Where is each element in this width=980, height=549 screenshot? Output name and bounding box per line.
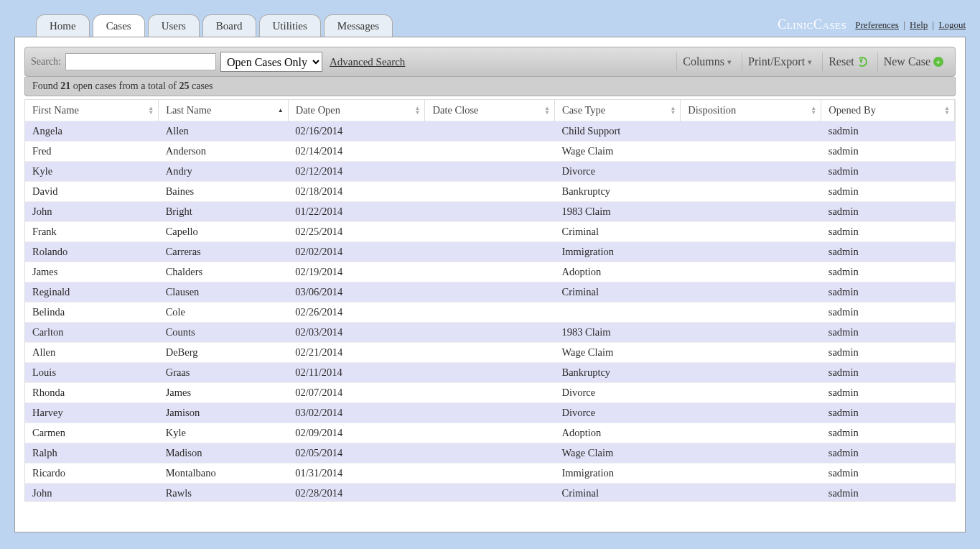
print-export-button[interactable]: Print/Export ▾ xyxy=(742,52,818,71)
cell-date_open: 02/16/2014 xyxy=(288,121,425,142)
cell-case_type: Adoption xyxy=(554,262,680,282)
search-input[interactable] xyxy=(65,53,216,70)
main-panel: Search: Open Cases Only Advanced Search … xyxy=(14,37,966,532)
cell-last_name: James xyxy=(159,383,289,403)
cell-date_close xyxy=(425,403,555,423)
cell-date_close xyxy=(425,443,555,463)
table-scroll[interactable]: First Name▲▼Last Name▲Date Open▲▼Date Cl… xyxy=(24,99,956,502)
col-header-last_name[interactable]: Last Name▲ xyxy=(159,100,289,121)
cell-opened_by: sadmin xyxy=(821,282,955,303)
table-row[interactable]: RhondaJames02/07/2014Divorcesadmin xyxy=(25,383,955,403)
table-row[interactable]: RalphMadison02/05/2014Wage Claimsadmin xyxy=(25,443,955,463)
cell-case_type: Wage Claim xyxy=(554,443,680,463)
col-header-opened_by[interactable]: Opened By▲▼ xyxy=(821,100,955,121)
table-row[interactable]: JamesChalders02/19/2014Adoptionsadmin xyxy=(25,262,955,282)
tab-users[interactable]: Users xyxy=(148,14,200,37)
cell-case_type: Divorce xyxy=(554,162,680,182)
table-row[interactable]: AngelaAllen02/16/2014Child Supportsadmin xyxy=(25,121,955,142)
cell-opened_by: sadmin xyxy=(821,423,955,443)
advanced-search-link[interactable]: Advanced Search xyxy=(330,56,405,68)
cell-date_open: 02/14/2014 xyxy=(288,142,425,162)
filter-select[interactable]: Open Cases Only xyxy=(220,52,322,72)
cell-case_type: Criminal xyxy=(554,282,680,303)
cell-date_open: 02/03/2014 xyxy=(288,323,425,343)
table-row[interactable]: CarltonCounts02/03/20141983 Claimsadmin xyxy=(25,323,955,343)
preferences-link[interactable]: Preferences xyxy=(855,19,899,30)
cell-last_name: Capello xyxy=(159,222,289,242)
col-header-first_name[interactable]: First Name▲▼ xyxy=(25,100,159,121)
cell-last_name: Counts xyxy=(159,323,289,343)
sort-icon: ▲▼ xyxy=(544,106,550,115)
cell-disposition xyxy=(681,222,821,242)
cell-case_type: Adoption xyxy=(554,423,680,443)
table-row[interactable]: RicardoMontalbano01/31/2014Immigrationsa… xyxy=(25,463,955,484)
cell-disposition xyxy=(681,403,821,423)
logout-link[interactable]: Logout xyxy=(938,19,966,30)
header-links: Preferences | Help | Logout xyxy=(855,19,966,31)
col-header-case_type[interactable]: Case Type▲▼ xyxy=(554,100,680,121)
cell-date_open: 02/25/2014 xyxy=(288,222,425,242)
cell-date_open: 02/26/2014 xyxy=(288,303,425,323)
table-row[interactable]: JohnRawls02/28/2014Criminalsadmin xyxy=(25,484,955,502)
cell-case_type: Immigration xyxy=(554,242,680,262)
cell-case_type: 1983 Claim xyxy=(554,202,680,222)
cell-opened_by: sadmin xyxy=(821,262,955,282)
table-row[interactable]: RolandoCarreras02/02/2014Immigrationsadm… xyxy=(25,242,955,262)
cell-last_name: Rawls xyxy=(159,484,289,502)
cell-date_close xyxy=(425,162,555,182)
table-row[interactable]: AllenDeBerg02/21/2014Wage Claimsadmin xyxy=(25,343,955,363)
cell-date_close xyxy=(425,282,555,303)
columns-button[interactable]: Columns ▾ xyxy=(676,52,737,71)
cell-disposition xyxy=(681,323,821,343)
help-link[interactable]: Help xyxy=(910,19,928,30)
cell-date_close xyxy=(425,343,555,363)
cell-opened_by: sadmin xyxy=(821,303,955,323)
table-row[interactable]: FrankCapello02/25/2014Criminalsadmin xyxy=(25,222,955,242)
table-row[interactable]: ReginaldClausen03/06/2014Criminalsadmin xyxy=(25,282,955,303)
sort-icon: ▲▼ xyxy=(811,106,816,115)
cell-opened_by: sadmin xyxy=(821,121,955,142)
cell-disposition xyxy=(681,463,821,484)
sort-icon: ▲▼ xyxy=(670,106,676,115)
cell-first_name: John xyxy=(25,484,159,502)
tab-cases[interactable]: Cases xyxy=(93,14,145,37)
cell-disposition xyxy=(681,363,821,383)
cell-first_name: John xyxy=(25,202,159,222)
cell-date_close xyxy=(425,142,555,162)
cell-date_open: 01/22/2014 xyxy=(288,202,425,222)
table-row[interactable]: BelindaCole02/26/2014sadmin xyxy=(25,303,955,323)
table-row[interactable]: HarveyJamison03/02/2014Divorcesadmin xyxy=(25,403,955,423)
table-row[interactable]: FredAnderson02/14/2014Wage Claimsadmin xyxy=(25,142,955,162)
cell-case_type: Immigration xyxy=(554,463,680,484)
cell-disposition xyxy=(681,343,821,363)
table-row[interactable]: CarmenKyle02/09/2014Adoptionsadmin xyxy=(25,423,955,443)
reset-button[interactable]: Reset xyxy=(822,52,873,71)
table-row[interactable]: DavidBaines02/18/2014Bankruptcysadmin xyxy=(25,182,955,202)
new-case-button[interactable]: New Case + xyxy=(877,52,949,71)
cell-disposition xyxy=(681,262,821,282)
cell-first_name: Ralph xyxy=(25,443,159,463)
cell-disposition xyxy=(681,162,821,182)
col-header-disposition[interactable]: Disposition▲▼ xyxy=(681,100,821,121)
table-row[interactable]: KyleAndry02/12/2014Divorcesadmin xyxy=(25,162,955,182)
cell-first_name: Fred xyxy=(25,142,159,162)
cell-disposition xyxy=(681,121,821,142)
cell-last_name: Clausen xyxy=(159,282,289,303)
cell-last_name: Allen xyxy=(159,121,289,142)
col-header-date_open[interactable]: Date Open▲▼ xyxy=(288,100,425,121)
tab-board[interactable]: Board xyxy=(202,14,256,37)
table-row[interactable]: LouisGraas02/11/2014Bankruptcysadmin xyxy=(25,363,955,383)
cell-date_open: 03/02/2014 xyxy=(288,403,425,423)
tab-home[interactable]: Home xyxy=(36,14,90,37)
table-row[interactable]: JohnBright01/22/20141983 Claimsadmin xyxy=(25,202,955,222)
cell-opened_by: sadmin xyxy=(821,182,955,202)
cell-date_close xyxy=(425,323,555,343)
cell-disposition xyxy=(681,383,821,403)
cell-opened_by: sadmin xyxy=(821,443,955,463)
cell-first_name: David xyxy=(25,182,159,202)
tab-utilities[interactable]: Utilities xyxy=(259,14,321,37)
cell-first_name: Kyle xyxy=(25,162,159,182)
cell-disposition xyxy=(681,242,821,262)
col-header-date_close[interactable]: Date Close▲▼ xyxy=(425,100,555,121)
tab-messages[interactable]: Messages xyxy=(324,14,393,37)
